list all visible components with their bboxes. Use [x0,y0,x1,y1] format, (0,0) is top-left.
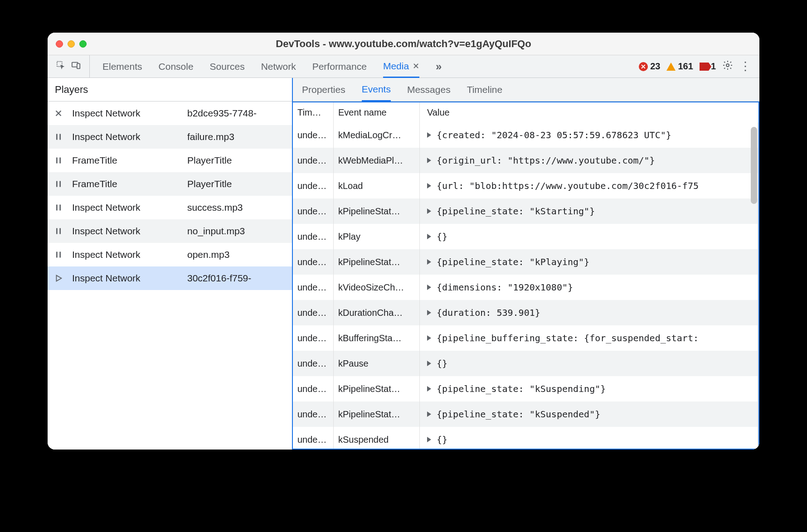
player-frame-title: FrameTitle [69,155,178,166]
toolbar-right: ✕ 23 161 1 ⋮ [631,55,759,77]
main-toolbar: Elements Console Sources Network Perform… [48,55,759,78]
minimize-window-button[interactable] [68,40,75,48]
expand-icon[interactable] [427,208,431,214]
player-frame-title: Inspect Network [69,249,178,260]
table-row[interactable]: unde…kLoad{url: "blob:https://www.youtub… [293,173,758,198]
tab-label: Elements [102,61,142,72]
table-row[interactable]: unde…kPipelineStat…{pipeline_state: "kSt… [293,198,758,224]
play-icon [48,273,69,283]
issue-count[interactable]: 1 [700,61,716,72]
table-row[interactable]: unde…kBufferingSta…{pipeline_buffering_s… [293,325,758,351]
expand-icon[interactable] [427,437,431,442]
player-row[interactable]: Inspect Networkb2dce935-7748- [48,102,292,125]
close-icon [48,108,69,118]
subtab-timeline[interactable]: Timeline [467,78,503,101]
svg-point-3 [726,64,729,67]
expand-icon[interactable] [427,183,431,189]
tab-elements[interactable]: Elements [102,55,142,77]
player-frame-title: Inspect Network [69,108,178,119]
expand-icon[interactable] [427,361,431,366]
tab-label: Sources [210,61,245,72]
pause-icon [48,179,69,189]
table-row[interactable]: unde…kMediaLogCr…{created: "2024-08-23 0… [293,122,758,148]
tab-performance[interactable]: Performance [312,55,367,77]
inspect-element-icon[interactable] [56,60,66,73]
table-row[interactable]: unde…kPipelineStat…{pipeline_state: "kSu… [293,376,758,401]
cell-value: {pipeline_buffering_state: {for_suspende… [420,325,758,351]
player-row[interactable]: Inspect Networkno_input.mp3 [48,219,292,243]
expand-icon[interactable] [427,386,431,392]
table-row[interactable]: unde…kPipelineStat…{pipeline_state: "kPl… [293,249,758,275]
player-row[interactable]: Inspect Networksuccess.mp3 [48,196,292,219]
value-text: {origin_url: "https://www.youtube.com/"} [437,155,655,166]
close-tab-icon[interactable]: ✕ [413,61,419,71]
cell-timestamp: unde… [293,148,334,173]
table-row[interactable]: unde…kSuspended{} [293,427,758,449]
cell-event-name: kPlay [334,224,420,249]
expand-icon[interactable] [427,285,431,290]
devtools-window: DevTools - www.youtube.com/watch?v=e1gAy… [48,33,759,450]
sub-tabs: Properties Events Messages Timeline [293,78,759,102]
cell-timestamp: unde… [293,376,334,401]
expand-icon[interactable] [427,310,431,315]
player-row[interactable]: FrameTitlePlayerTitle [48,172,292,196]
table-row[interactable]: unde…kPlay{} [293,224,758,249]
table-row[interactable]: unde…kPipelineStat…{pipeline_state: "kSu… [293,401,758,427]
table-row[interactable]: unde…kVideoSizeCh…{dimensions: "1920x108… [293,275,758,300]
cell-timestamp: unde… [293,351,334,376]
cell-timestamp: unde… [293,224,334,249]
settings-icon[interactable] [722,60,733,73]
pause-icon [48,203,69,213]
table-row[interactable]: unde…kDurationCha…{duration: 539.901} [293,300,758,325]
traffic-lights [56,40,87,48]
warning-count[interactable]: 161 [666,61,693,72]
expand-icon[interactable] [427,259,431,265]
player-frame-title: Inspect Network [69,273,178,284]
table-header: Tim… Event name Value [293,102,758,122]
table-row[interactable]: unde…kPause{} [293,351,758,376]
table-row[interactable]: unde…kWebMediaPl…{origin_url: "https://w… [293,148,758,173]
player-row[interactable]: Inspect Networkopen.mp3 [48,243,292,266]
col-event-name[interactable]: Event name [334,102,420,122]
players-sidebar: Players Inspect Networkb2dce935-7748-Ins… [48,78,292,450]
expand-icon[interactable] [427,335,431,341]
cell-value: {pipeline_state: "kSuspended"} [420,401,758,427]
issue-count-value: 1 [711,61,716,72]
tab-console[interactable]: Console [159,55,194,77]
scrollbar[interactable] [751,127,757,204]
zoom-window-button[interactable] [79,40,87,48]
cell-timestamp: unde… [293,275,334,300]
subtab-properties[interactable]: Properties [302,78,345,101]
error-count[interactable]: ✕ 23 [639,61,660,72]
value-text: {created: "2024-08-23 05:57:59.678623 UT… [437,130,671,140]
expand-icon[interactable] [427,132,431,138]
table-body: unde…kMediaLogCr…{created: "2024-08-23 0… [293,122,758,449]
device-toolbar-icon[interactable] [71,60,81,73]
more-menu-icon[interactable]: ⋮ [739,59,751,73]
window-title: DevTools - www.youtube.com/watch?v=e1gAy… [56,38,751,50]
cell-timestamp: unde… [293,325,334,351]
cell-value: {} [420,351,758,376]
cell-value: {} [420,224,758,249]
tab-sources[interactable]: Sources [210,55,245,77]
expand-icon[interactable] [427,234,431,239]
col-timestamp[interactable]: Tim… [293,102,334,122]
expand-icon[interactable] [427,411,431,417]
tab-network[interactable]: Network [261,55,296,77]
cell-event-name: kBufferingSta… [334,325,420,351]
expand-icon[interactable] [427,158,431,163]
subtab-events[interactable]: Events [362,78,391,102]
subtab-label: Properties [302,84,345,95]
tab-media[interactable]: Media ✕ [383,56,419,78]
cell-event-name: kLoad [334,173,420,198]
close-window-button[interactable] [56,40,63,48]
cell-value: {pipeline_state: "kSuspending"} [420,376,758,401]
cell-event-name: kDurationCha… [334,300,420,325]
subtab-messages[interactable]: Messages [407,78,451,101]
col-value[interactable]: Value [420,102,758,122]
player-row[interactable]: FrameTitlePlayerTitle [48,149,292,172]
player-row[interactable]: Inspect Networkfailure.mp3 [48,125,292,149]
more-tabs-icon[interactable]: » [436,60,442,73]
value-text: {pipeline_state: "kSuspending"} [437,383,606,394]
player-row[interactable]: Inspect Network30c2f016-f759- [48,266,292,290]
